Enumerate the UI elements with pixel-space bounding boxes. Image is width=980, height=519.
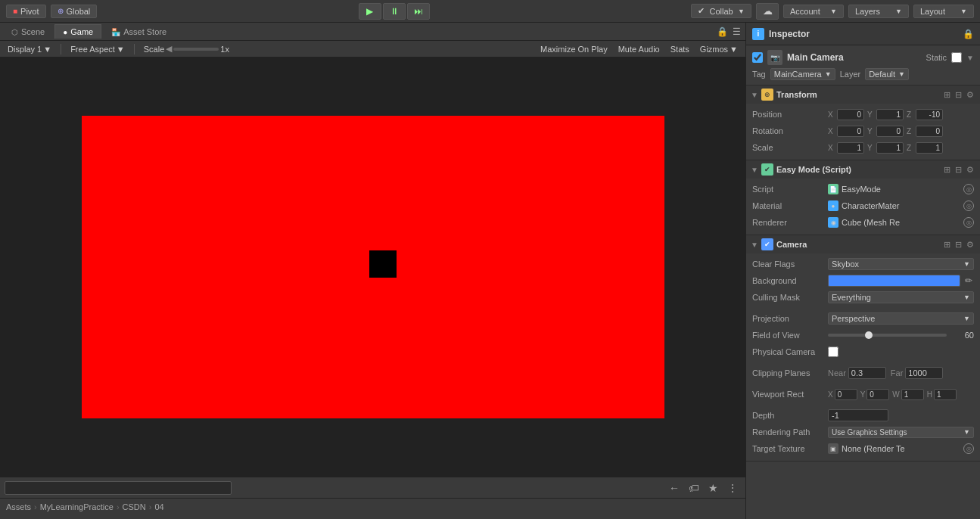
scl-x-input[interactable] [837,142,864,154]
clear-flags-label: Clear Flags [752,260,828,269]
pos-x-input[interactable] [837,109,864,120]
scl-x-field: X [828,142,864,154]
easy-mode-paste-btn[interactable]: ⊟ [954,165,963,175]
breadcrumb-mpl[interactable]: MyLearningPractice [40,502,114,511]
physical-camera-checkbox[interactable] [828,347,838,357]
easy-mode-header[interactable]: ▼ ✔ Easy Mode (Script) ⊞ ⊟ ⚙ [746,160,980,179]
layers-button[interactable]: Layers ▼ [848,5,909,18]
renderer-ref-circle[interactable]: ◎ [963,217,974,228]
transform-paste-btn[interactable]: ⊟ [954,90,963,100]
far-input[interactable] [905,367,943,379]
more-btn[interactable]: ⋮ [724,482,741,494]
search-input[interactable] [5,481,232,495]
script-row: Script 📄 EasyMode ◎ [752,182,974,197]
cloud-button[interactable]: ☁ [756,3,779,20]
vr-x-input[interactable] [835,389,857,400]
pos-y-input[interactable] [876,109,904,120]
camera-menu-btn[interactable]: ⚙ [965,240,975,250]
collab-label: Collab [709,7,733,16]
layout-button[interactable]: Layout ▼ [913,5,974,18]
rendering-path-dropdown[interactable]: Use Graphics Settings ▼ [828,427,974,438]
camera-paste-btn[interactable]: ⊟ [954,240,963,250]
depth-input[interactable] [828,409,888,421]
vr-x-field: X [828,389,857,400]
near-input[interactable] [848,367,886,379]
global-icon: ⊕ [58,7,64,15]
breadcrumb-csdn[interactable]: CSDN [123,502,146,511]
fov-slider[interactable] [828,334,947,337]
play-button[interactable]: ▶ [359,3,381,20]
global-button[interactable]: ⊕ Global [51,5,98,18]
vr-h-input[interactable] [934,389,957,400]
collab-button[interactable]: ✔ Collab ▼ [691,4,751,18]
step-button[interactable]: ⏭ [407,3,430,20]
tag-btn[interactable]: 🏷 [686,482,702,494]
inspector-icon: i [752,28,764,40]
rot-z-input[interactable] [916,126,943,137]
camera-copy-btn[interactable]: ⊞ [942,240,952,250]
rot-x-input[interactable] [837,126,864,137]
inspector-lock-btn[interactable]: 🔒 [963,29,974,39]
maximize-btn[interactable]: Maximize On Play [537,44,611,54]
scale-control[interactable]: Scale ◀ 1x [141,43,232,54]
rot-x-field: X [828,126,864,137]
material-ref-text: CharacterMater [842,201,960,210]
projection-chevron: ▼ [963,315,970,322]
culling-mask-chevron: ▼ [963,294,970,301]
scale-xyz: X Y Z [828,142,974,154]
projection-dropdown[interactable]: Perspective ▼ [828,312,974,325]
scale-label: Scale [144,45,165,54]
aspect-selector[interactable]: Free Aspect ▼ [67,44,128,54]
scl-z-input[interactable] [916,142,943,154]
breadcrumb-04[interactable]: 04 [154,502,163,511]
script-ref-circle[interactable]: ◎ [963,184,974,194]
background-color-edit-btn[interactable]: ✏ [963,275,974,286]
transform-menu-btn[interactable]: ⚙ [965,90,975,100]
account-button[interactable]: Account ▼ [783,5,844,18]
vr-y-input[interactable] [866,389,889,400]
pos-z-input[interactable] [916,109,943,120]
tab-lock-btn[interactable]: 🔒 [715,26,730,37]
transform-header[interactable]: ▼ ⊕ Transform ⊞ ⊟ ⚙ [746,85,980,104]
scale-value: 1x [220,45,229,54]
far-field: Far [891,367,944,379]
camera-component: ▼ ✔ Camera ⊞ ⊟ ⚙ Clear Flags Skybox ▼ [746,235,980,462]
tab-asset-store[interactable]: 🏪 Asset Store [103,24,175,39]
tab-scene[interactable]: ⬡ Scene [3,24,53,39]
display-selector[interactable]: Display 1 ▼ [5,44,54,54]
vr-h-field: H [927,389,957,400]
transform-copy-btn[interactable]: ⊞ [942,90,952,100]
transform-arrow: ▼ [751,91,758,99]
rendering-path-label: Rendering Path [752,427,828,437]
pause-button[interactable]: ⏸ [383,3,406,20]
tab-game[interactable]: ● Game [54,24,101,39]
easy-mode-copy-btn[interactable]: ⊞ [942,165,952,175]
stats-btn[interactable]: Stats [667,44,692,54]
breadcrumb-sep-1: › [34,502,37,511]
star-btn[interactable]: ★ [705,482,721,494]
clear-flags-dropdown[interactable]: Skybox ▼ [828,258,974,270]
breadcrumb-assets[interactable]: Assets [6,502,31,511]
gizmos-btn[interactable]: Gizmos ▼ [697,44,741,54]
camera-header[interactable]: ▼ ✔ Camera ⊞ ⊟ ⚙ [746,235,980,253]
object-enabled-checkbox[interactable] [752,52,763,63]
layer-selector[interactable]: Default ▼ [865,68,909,80]
scl-y-input[interactable] [876,142,904,154]
background-label: Background [752,276,828,285]
tab-more-btn[interactable]: ☰ [731,26,742,37]
static-checkbox[interactable] [951,52,962,63]
favorite-btn[interactable]: ← [666,482,683,494]
culling-mask-dropdown[interactable]: Everything ▼ [828,291,974,303]
viewport-rect-group: X Y W H [828,389,974,400]
mute-btn[interactable]: Mute Audio [615,44,663,54]
easy-mode-body: Script 📄 EasyMode ◎ Material ● Character… [746,179,980,235]
static-chevron[interactable]: ▼ [966,54,974,62]
vr-w-input[interactable] [901,389,924,400]
background-color-preview[interactable] [828,275,960,287]
easy-mode-menu-btn[interactable]: ⚙ [965,165,975,175]
tag-selector[interactable]: MainCamera ▼ [770,68,835,80]
rot-y-input[interactable] [876,126,904,137]
pivot-button[interactable]: ■ Pivot [6,5,46,18]
target-texture-circle[interactable]: ◎ [963,443,974,454]
material-ref-circle[interactable]: ◎ [963,200,974,211]
